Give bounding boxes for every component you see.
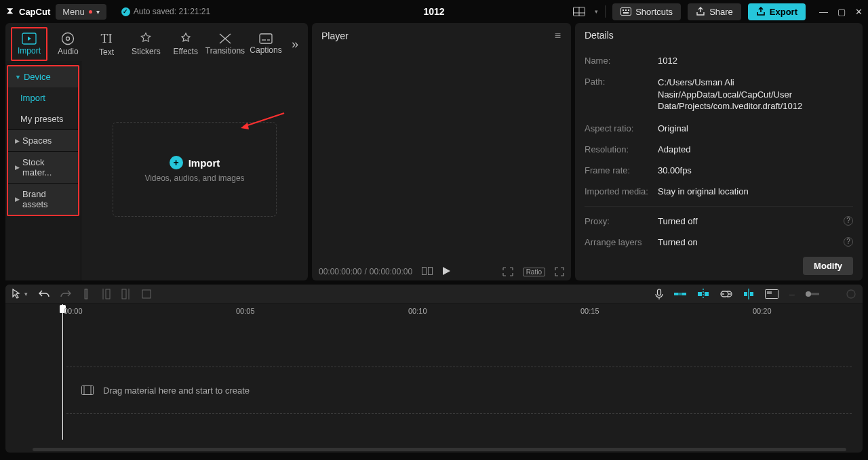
plus-circle-icon: +: [170, 156, 183, 169]
svg-rect-29: [682, 293, 686, 295]
app-logo: CapCut: [5, 6, 50, 17]
tab-import[interactable]: Import: [11, 27, 47, 61]
detail-name-label: Name:: [585, 56, 658, 66]
svg-marker-19: [443, 267, 450, 275]
share-icon: [696, 7, 705, 16]
svg-rect-5: [625, 9, 627, 11]
help-icon[interactable]: ?: [844, 237, 853, 247]
svg-rect-30: [678, 293, 682, 295]
player-viewport[interactable]: [312, 49, 571, 263]
snap-button[interactable]: [697, 289, 709, 299]
import-subtext: Videos, audios, and images: [144, 173, 244, 183]
fullscreen-button[interactable]: [555, 267, 564, 276]
frame-icon[interactable]: [502, 267, 513, 276]
zoom-slider[interactable]: [806, 291, 819, 297]
svg-rect-18: [429, 268, 433, 275]
link-button[interactable]: [720, 291, 732, 297]
svg-rect-24: [122, 289, 126, 299]
tab-stickers[interactable]: Stickers: [127, 27, 165, 61]
delete-button[interactable]: [142, 289, 151, 299]
timeline-ruler[interactable]: 00:00 00:05 00:10 00:15 00:20: [5, 304, 863, 320]
compare-icon[interactable]: [422, 267, 433, 276]
menu-button[interactable]: Menu ▾: [56, 4, 106, 20]
tab-effects[interactable]: Effects: [167, 27, 203, 61]
chevron-down-icon: ▾: [24, 291, 28, 297]
preview-axis-button[interactable]: [743, 289, 754, 299]
detail-framerate-label: Frame rate:: [585, 165, 658, 175]
close-button[interactable]: ✕: [855, 7, 863, 17]
redo-button[interactable]: [60, 289, 71, 299]
detail-media-value: Stay in original location: [658, 186, 853, 196]
captions-icon: [259, 33, 273, 44]
ruler-tick: 00:05: [236, 307, 255, 315]
caret-right-icon: ▶: [15, 196, 20, 203]
export-icon: [756, 7, 766, 16]
svg-point-41: [847, 290, 855, 298]
import-icon: [22, 33, 37, 45]
tab-captions[interactable]: Captions: [247, 27, 285, 61]
selection-tool[interactable]: ▾: [12, 289, 28, 299]
player-title: Player: [321, 30, 349, 41]
tab-text[interactable]: TI Text: [89, 27, 125, 61]
ruler-tick: 00:00: [64, 307, 83, 315]
chevron-down-icon: ▾: [96, 8, 100, 16]
tree-import[interactable]: Import: [8, 87, 78, 108]
detail-media-label: Imported media:: [585, 186, 658, 196]
detail-path-label: Path:: [585, 77, 658, 112]
detail-resolution-label: Resolution:: [585, 144, 658, 154]
caret-down-icon: ▼: [15, 74, 21, 81]
timeline-drop-hint: Drag material here and start to create: [103, 385, 250, 396]
help-icon[interactable]: ?: [844, 216, 853, 226]
svg-rect-42: [82, 386, 94, 395]
player-menu-button[interactable]: ≡: [555, 30, 561, 42]
tab-audio[interactable]: Audio: [50, 27, 86, 61]
magnet-button[interactable]: [674, 289, 686, 299]
tree-stock-material[interactable]: ▶ Stock mater...: [8, 152, 78, 183]
svg-rect-28: [674, 293, 678, 295]
delete-left-button[interactable]: [101, 289, 111, 299]
text-icon: TI: [101, 32, 113, 46]
tab-transitions[interactable]: Transitions: [206, 27, 244, 61]
project-title: 1012: [423, 6, 444, 17]
detail-aspect-label: Aspect ratio:: [585, 123, 658, 133]
minimize-button[interactable]: —: [819, 7, 828, 17]
svg-rect-26: [142, 290, 151, 298]
svg-rect-36: [750, 292, 753, 296]
tree-brand-assets[interactable]: ▶ Brand assets: [8, 184, 78, 215]
tree-my-presets[interactable]: My presets: [8, 108, 78, 129]
play-button[interactable]: [442, 267, 450, 276]
capcut-icon: [5, 6, 16, 17]
shortcuts-button[interactable]: Shortcuts: [612, 3, 681, 20]
layout-button[interactable]: [570, 4, 588, 19]
zoom-out-button[interactable]: –: [789, 289, 795, 299]
timeline-dropzone[interactable]: Drag material here and start to create: [66, 367, 852, 414]
delete-right-button[interactable]: [121, 289, 131, 299]
tabs-more-button[interactable]: »: [288, 37, 302, 51]
import-dropzone[interactable]: + Import Videos, audios, and images: [113, 122, 277, 217]
modify-button[interactable]: Modify: [803, 257, 853, 275]
player-time-current: 00:00:00:00: [319, 267, 361, 276]
share-button[interactable]: Share: [688, 3, 741, 20]
detail-path-value: C:/Users/Usman Ali Nasir/AppData/Local/C…: [658, 77, 853, 112]
undo-button[interactable]: [39, 289, 50, 299]
split-button[interactable]: [82, 289, 90, 299]
cover-button[interactable]: [765, 289, 778, 299]
timeline-panel: ▾: [5, 285, 863, 453]
svg-rect-33: [705, 292, 709, 296]
svg-rect-35: [744, 292, 747, 296]
timeline-scrollbar[interactable]: [33, 448, 846, 451]
svg-rect-32: [698, 292, 702, 296]
ratio-button[interactable]: Ratio: [523, 268, 545, 276]
tree-device[interactable]: ▼ Device: [8, 66, 78, 87]
detail-proxy-label: Proxy:: [585, 216, 658, 226]
player-panel: Player ≡ 00:00:00:00 / 00:00:00:00 Rati: [312, 23, 571, 280]
zoom-fit-button[interactable]: [846, 289, 856, 299]
effects-icon: [179, 32, 193, 45]
export-button[interactable]: Export: [748, 3, 806, 20]
maximize-button[interactable]: ▢: [837, 7, 846, 17]
tree-spaces[interactable]: ▶ Spaces: [8, 130, 78, 151]
mic-button[interactable]: [655, 289, 663, 299]
timeline-tracks[interactable]: Drag material here and start to create: [12, 320, 856, 453]
transitions-icon: [218, 33, 232, 45]
detail-layers-label: Arrange layers: [585, 237, 658, 247]
